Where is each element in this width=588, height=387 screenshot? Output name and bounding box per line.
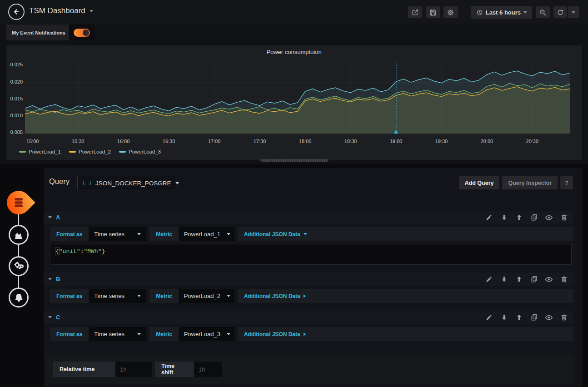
duplicate-icon[interactable] [529,313,538,322]
move-up-icon[interactable] [514,313,523,322]
chevron-right-icon [304,332,306,336]
x-axis-tick: 15:00 [23,139,43,144]
relative-time-input[interactable] [115,362,152,377]
legend-item-powerload_2[interactable]: PowerLoad_2 [69,149,111,154]
legend-label: PowerLoad_2 [79,149,111,154]
clock-icon [476,9,483,16]
top-nav: TSM Dashboard Last 6 hours [0,0,588,24]
share-button[interactable] [408,6,422,18]
x-axis-tick: 20:30 [522,139,542,144]
metric-select[interactable]: PowerLoad_1 [179,227,234,241]
tab-queries[interactable] [2,186,35,219]
x-axis-tick: 20:00 [477,139,497,144]
time-range-picker[interactable]: Last 6 hours [471,6,532,19]
tab-visualization[interactable] [9,225,29,245]
chart-icon [13,229,24,240]
back-button[interactable] [8,4,25,20]
toggle-visibility-icon[interactable] [544,275,553,284]
datasource-name: JSON_DOCKER_POSGRE [95,180,171,187]
format-select[interactable]: Time series [89,289,146,303]
metric-label: Metric [149,289,178,303]
additional-json-editor[interactable]: {"unit":"MWh"} [50,244,572,265]
toggle-pill [74,29,90,37]
tab-alert[interactable] [9,288,29,308]
metric-label: Metric [149,327,178,341]
panel-title[interactable]: Power consumptuion [6,49,582,55]
toggle-visibility-icon[interactable] [544,313,553,322]
dashboard-title[interactable]: TSM Dashboard [29,6,93,15]
format-select[interactable]: Time series [89,227,146,241]
collapse-caret-icon[interactable] [48,216,52,218]
gear-icon [447,9,454,16]
edit-icon[interactable] [484,313,493,322]
additional-json-toggle[interactable]: Additional JSON Data [238,289,312,303]
save-button[interactable] [426,6,440,18]
query-options-row-c: Format as Time series Metric PowerLoad_3… [50,327,573,341]
delete-icon[interactable] [559,313,568,322]
y-axis-tick: 0.010 [6,113,23,118]
x-axis-tick: 17:00 [204,139,224,144]
legend-item-powerload_1[interactable]: PowerLoad_1 [19,149,61,154]
event-notifications-panel: My Event Notifications [6,25,95,40]
legend-item-powerload_3[interactable]: PowerLoad_3 [119,149,161,154]
time-range-label: Last 6 hours [486,9,521,16]
duplicate-icon[interactable] [529,213,538,222]
metric-select[interactable]: PowerLoad_2 [179,289,234,303]
add-query-button[interactable]: Add Query [459,176,500,189]
refresh-icon [557,9,564,16]
query-options-row-a: Format as Time series Metric PowerLoad_1… [50,227,573,241]
toggle-visibility-icon[interactable] [544,213,553,222]
additional-json-toggle[interactable]: Additional JSON Data [238,327,312,341]
move-down-icon[interactable] [499,275,508,284]
zoom-out-button[interactable] [536,6,550,18]
edit-icon[interactable] [484,275,493,284]
scrollbar-thumb[interactable] [260,159,329,162]
chart-panel: Power consumptuion 0.0250.0200.0150.0100… [6,45,582,160]
datasource-dropdown[interactable]: {..} JSON_DOCKER_POSGRE [77,176,176,190]
x-axis-tick: 19:30 [431,139,451,144]
event-notifications-toggle[interactable] [69,25,95,40]
collapse-caret-icon[interactable] [48,316,52,318]
move-up-icon[interactable] [514,275,523,284]
move-down-icon[interactable] [499,313,508,322]
query-row-header-a[interactable]: A [44,211,573,224]
time-shift-label: Time shift [155,362,194,377]
time-shift-input[interactable] [194,362,222,377]
gear-wrench-icon [13,260,25,272]
query-inspector-button[interactable]: Query Inspector [502,176,558,189]
share-icon [411,9,419,16]
editor-tab-rail [0,164,44,387]
additional-json-toggle[interactable]: Additional JSON Data [238,227,314,241]
chevron-right-icon [304,294,306,298]
event-notifications-label: My Event Notifications [6,30,69,35]
help-button[interactable]: ? [560,176,573,189]
zoom-out-icon [539,9,547,16]
chevron-down-icon [227,295,230,297]
move-up-icon[interactable] [514,213,523,222]
x-axis-tick: 15:30 [68,139,88,144]
y-axis-tick: 0.005 [6,129,23,135]
refresh-button[interactable] [553,6,567,18]
settings-button[interactable] [443,6,458,18]
chart-plot-area[interactable] [25,62,572,134]
duplicate-icon[interactable] [529,275,538,284]
x-axis-tick: 16:30 [159,139,179,144]
format-select[interactable]: Time series [89,327,146,341]
legend-swatch [119,151,126,153]
delete-icon[interactable] [559,213,568,222]
edit-icon[interactable] [484,213,493,222]
query-row-header-b[interactable]: B [44,273,573,286]
collapse-caret-icon[interactable] [48,278,52,280]
metric-label: Metric [149,227,178,241]
refresh-interval-dropdown[interactable] [568,6,579,18]
move-down-icon[interactable] [499,213,508,222]
format-as-label: Format as [50,289,89,303]
metric-select[interactable]: PowerLoad_3 [179,327,234,341]
tab-general[interactable] [9,256,29,276]
delete-icon[interactable] [559,275,568,284]
database-icon [12,196,25,209]
x-axis-tick: 17:30 [250,139,270,144]
back-arrow-icon [12,7,21,16]
query-row-header-c[interactable]: C [44,311,573,324]
chevron-down-icon [137,233,141,235]
